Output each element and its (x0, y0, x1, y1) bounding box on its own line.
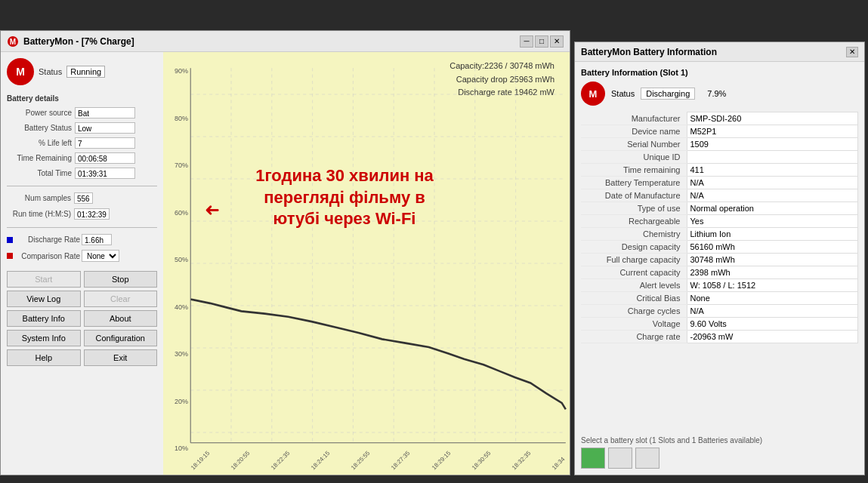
svg-text:M: M (10, 38, 16, 46)
battery-info-key: Device name (581, 125, 687, 137)
chart-area: Capacity:2236 / 30748 mWh Capacity drop … (163, 52, 570, 475)
battery-info-row: ChemistryLithium Ion (581, 227, 858, 240)
num-samples-key: Num samples (7, 194, 71, 202)
discharge-rate-dot (7, 237, 13, 243)
exit-button[interactable]: Exit (84, 349, 158, 366)
power-source-row: Power source Bat (7, 107, 157, 118)
battery-info-value: SMP-SDI-260 (687, 112, 858, 125)
stop-button[interactable]: Stop (84, 271, 158, 288)
battery-status-area: Status Discharging 7.9% (611, 88, 726, 100)
total-time-value: 01:39:31 (75, 168, 135, 179)
discharge-rate-key: Discharge Rate (16, 235, 80, 244)
battery-status-key: Battery Status (7, 124, 75, 132)
battery-info-value: W: 1058 / L: 1512 (687, 278, 858, 291)
system-info-button[interactable]: System Info (7, 330, 81, 346)
battery-info-value: 1509 (687, 137, 858, 150)
battery-info-row: Battery TemperatureN/A (581, 176, 858, 189)
battery-info-value: 2398 mWh (687, 266, 858, 278)
discharge-rate-row: Discharge Rate 1.66h (7, 234, 157, 245)
battery-info-value: None (687, 291, 858, 304)
battery-info-row: Type of useNormal operation (581, 202, 858, 214)
annotation-arrow: ➜ (205, 199, 220, 220)
battery-info-key: Unique ID (581, 150, 687, 163)
help-button[interactable]: Help (7, 349, 81, 366)
battery-info-value: 411 (687, 163, 858, 176)
window-title: BatteryMon - [7% Charge] (23, 36, 515, 47)
run-time-key: Run time (H:M:S) (7, 210, 71, 218)
configuration-button[interactable]: Configuration (84, 330, 158, 346)
maximize-button[interactable]: □ (535, 35, 548, 48)
battery-info-table: ManufacturerSMP-SDI-260Device nameM52P1S… (581, 112, 858, 343)
power-source-key: Power source (7, 109, 75, 117)
divider2 (7, 227, 157, 228)
start-button[interactable]: Start (7, 271, 81, 288)
battery-info-key: Manufacturer (581, 112, 687, 125)
battery-info-row: Voltage9.60 Volts (581, 317, 858, 330)
battery-info-row: Date of ManufactureN/A (581, 189, 858, 202)
total-time-row: Total Time 01:39:31 (7, 168, 157, 179)
run-time-row: Run time (H:M:S) 01:32:39 (7, 208, 157, 220)
slot-buttons (581, 448, 858, 469)
about-button[interactable]: About (84, 310, 158, 327)
battery-info-value: N/A (687, 189, 858, 202)
battery-status-row: Battery Status Low (7, 122, 157, 134)
bottom-bar: Select a battery slot (1 Slots and 1 Bat… (581, 436, 858, 469)
battery-info-key: Charge cycles (581, 304, 687, 317)
x-axis-labels: 18:19:15 18:20:55 18:22:35 18:24:15 18:2… (190, 466, 566, 473)
battery-info-value: N/A (687, 176, 858, 189)
right-window-title: BatteryMon Battery Information (581, 47, 846, 57)
slot-button-3[interactable] (635, 448, 659, 469)
close-button[interactable]: ✕ (550, 35, 564, 48)
battery-info-row: Charge rate-20963 mW (581, 330, 858, 343)
slot-button-1[interactable] (581, 448, 605, 469)
minimize-button[interactable]: ─ (520, 35, 533, 48)
life-left-key: % Life left (7, 139, 75, 147)
battery-info-row: Design capacity56160 mWh (581, 240, 858, 253)
battery-header: M Status Discharging 7.9% (581, 82, 858, 106)
slot-label: Battery Information (Slot 1) (581, 68, 858, 77)
battery-info-key: Date of Manufacture (581, 189, 687, 202)
life-left-row: % Life left 7 (7, 137, 157, 149)
time-remaining-row: Time Remaining 00:06:58 (7, 152, 157, 164)
battery-info-key: Voltage (581, 317, 687, 330)
battery-info-key: Critical Bias (581, 291, 687, 304)
battery-info-key: Rechargeable (581, 214, 687, 227)
battery-info-row: ManufacturerSMP-SDI-260 (581, 112, 858, 125)
battery-info-row: RechargeableYes (581, 214, 858, 227)
battery-details-label: Battery details (7, 94, 157, 103)
divider1 (7, 186, 157, 186)
battery-info-value: 9.60 Volts (687, 317, 858, 330)
battery-info-value: 56160 mWh (687, 240, 858, 253)
clear-button[interactable]: Clear (84, 291, 158, 307)
window-controls: ─ □ ✕ (520, 35, 564, 48)
battery-info-key: Alert levels (581, 278, 687, 291)
svg-text:M: M (589, 88, 598, 100)
app-logo: M (7, 58, 34, 85)
battery-info-key: Full charge capacity (581, 253, 687, 266)
right-close-button[interactable]: ✕ (846, 47, 858, 57)
battery-info-value: M52P1 (687, 125, 858, 137)
slot-button-2[interactable] (608, 448, 632, 469)
right-content: Battery Information (Slot 1) M Status Di… (575, 62, 864, 349)
comparison-rate-select[interactable]: None (82, 250, 119, 262)
battery-info-value: Normal operation (687, 202, 858, 214)
app-icon: M (7, 35, 19, 48)
battery-info-key: Design capacity (581, 240, 687, 253)
battery-info-key: Time remaining (581, 163, 687, 176)
battery-info-key: Charge rate (581, 330, 687, 343)
battery-info-button[interactable]: Battery Info (7, 310, 81, 327)
battery-info-row: Alert levelsW: 1058 / L: 1512 (581, 278, 858, 291)
battery-info-value: Lithium Ion (687, 227, 858, 240)
battery-info-window: BatteryMon Battery Information ✕ Battery… (574, 42, 865, 475)
status-label: Status (39, 67, 62, 76)
view-log-button[interactable]: View Log (7, 291, 81, 307)
battery-info-key: Battery Temperature (581, 176, 687, 189)
battery-info-value (687, 150, 858, 163)
battery-info-key: Current capacity (581, 266, 687, 278)
battery-info-value: 30748 mWh (687, 253, 858, 266)
battery-info-value: Yes (687, 214, 858, 227)
comparison-rate-row: Comparison Rate None (7, 250, 157, 262)
chart-svg (163, 52, 570, 475)
battery-info-row: Unique ID (581, 150, 858, 163)
life-left-value: 7 (75, 137, 135, 149)
